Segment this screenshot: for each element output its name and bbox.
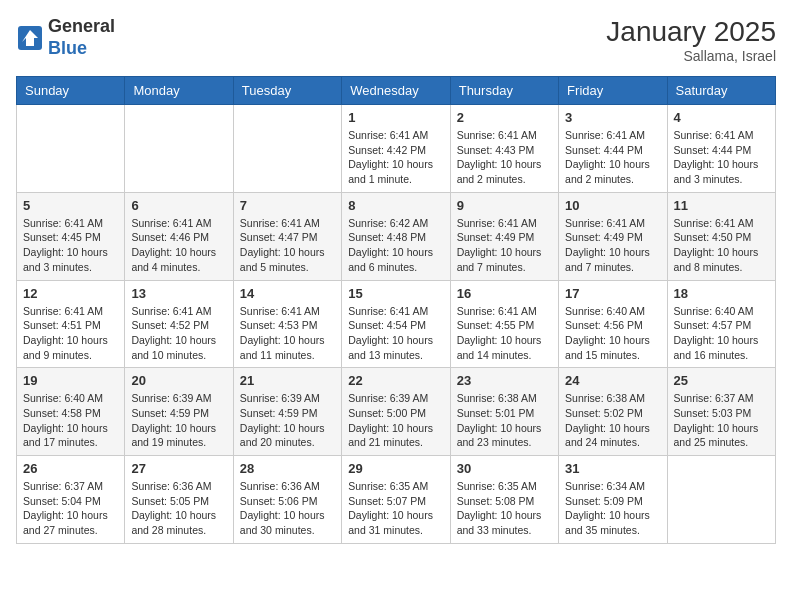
calendar-cell: 8Sunrise: 6:42 AMSunset: 4:48 PMDaylight… bbox=[342, 192, 450, 280]
logo-icon bbox=[16, 24, 44, 52]
day-info: Sunrise: 6:40 AMSunset: 4:56 PMDaylight:… bbox=[565, 304, 660, 363]
day-number: 21 bbox=[240, 373, 335, 388]
day-info: Sunrise: 6:42 AMSunset: 4:48 PMDaylight:… bbox=[348, 216, 443, 275]
calendar-cell: 16Sunrise: 6:41 AMSunset: 4:55 PMDayligh… bbox=[450, 280, 558, 368]
calendar-cell: 22Sunrise: 6:39 AMSunset: 5:00 PMDayligh… bbox=[342, 368, 450, 456]
calendar-cell: 18Sunrise: 6:40 AMSunset: 4:57 PMDayligh… bbox=[667, 280, 775, 368]
calendar-cell bbox=[17, 105, 125, 193]
day-info: Sunrise: 6:41 AMSunset: 4:50 PMDaylight:… bbox=[674, 216, 769, 275]
calendar-table: SundayMondayTuesdayWednesdayThursdayFrid… bbox=[16, 76, 776, 544]
calendar-cell: 9Sunrise: 6:41 AMSunset: 4:49 PMDaylight… bbox=[450, 192, 558, 280]
calendar-cell: 28Sunrise: 6:36 AMSunset: 5:06 PMDayligh… bbox=[233, 456, 341, 544]
calendar-week-row: 19Sunrise: 6:40 AMSunset: 4:58 PMDayligh… bbox=[17, 368, 776, 456]
weekday-header: Monday bbox=[125, 77, 233, 105]
calendar-cell bbox=[233, 105, 341, 193]
calendar-cell: 20Sunrise: 6:39 AMSunset: 4:59 PMDayligh… bbox=[125, 368, 233, 456]
day-number: 19 bbox=[23, 373, 118, 388]
title-block: January 2025 Sallama, Israel bbox=[606, 16, 776, 64]
weekday-header: Wednesday bbox=[342, 77, 450, 105]
day-number: 20 bbox=[131, 373, 226, 388]
calendar-cell: 1Sunrise: 6:41 AMSunset: 4:42 PMDaylight… bbox=[342, 105, 450, 193]
calendar-cell: 29Sunrise: 6:35 AMSunset: 5:07 PMDayligh… bbox=[342, 456, 450, 544]
day-info: Sunrise: 6:38 AMSunset: 5:01 PMDaylight:… bbox=[457, 391, 552, 450]
calendar-cell: 15Sunrise: 6:41 AMSunset: 4:54 PMDayligh… bbox=[342, 280, 450, 368]
day-info: Sunrise: 6:40 AMSunset: 4:58 PMDaylight:… bbox=[23, 391, 118, 450]
calendar-cell: 4Sunrise: 6:41 AMSunset: 4:44 PMDaylight… bbox=[667, 105, 775, 193]
month-year-title: January 2025 bbox=[606, 16, 776, 48]
calendar-week-row: 1Sunrise: 6:41 AMSunset: 4:42 PMDaylight… bbox=[17, 105, 776, 193]
calendar-cell: 13Sunrise: 6:41 AMSunset: 4:52 PMDayligh… bbox=[125, 280, 233, 368]
day-number: 23 bbox=[457, 373, 552, 388]
day-number: 3 bbox=[565, 110, 660, 125]
day-number: 31 bbox=[565, 461, 660, 476]
calendar-cell: 25Sunrise: 6:37 AMSunset: 5:03 PMDayligh… bbox=[667, 368, 775, 456]
day-number: 15 bbox=[348, 286, 443, 301]
day-info: Sunrise: 6:36 AMSunset: 5:05 PMDaylight:… bbox=[131, 479, 226, 538]
calendar-header-row: SundayMondayTuesdayWednesdayThursdayFrid… bbox=[17, 77, 776, 105]
day-number: 27 bbox=[131, 461, 226, 476]
day-number: 4 bbox=[674, 110, 769, 125]
day-number: 29 bbox=[348, 461, 443, 476]
day-info: Sunrise: 6:37 AMSunset: 5:04 PMDaylight:… bbox=[23, 479, 118, 538]
calendar-cell bbox=[125, 105, 233, 193]
logo-text: General Blue bbox=[48, 16, 115, 59]
weekday-header: Friday bbox=[559, 77, 667, 105]
calendar-cell: 12Sunrise: 6:41 AMSunset: 4:51 PMDayligh… bbox=[17, 280, 125, 368]
logo-blue-text: Blue bbox=[48, 38, 87, 58]
calendar-week-row: 12Sunrise: 6:41 AMSunset: 4:51 PMDayligh… bbox=[17, 280, 776, 368]
calendar-cell: 24Sunrise: 6:38 AMSunset: 5:02 PMDayligh… bbox=[559, 368, 667, 456]
day-info: Sunrise: 6:41 AMSunset: 4:47 PMDaylight:… bbox=[240, 216, 335, 275]
weekday-header: Saturday bbox=[667, 77, 775, 105]
day-info: Sunrise: 6:41 AMSunset: 4:43 PMDaylight:… bbox=[457, 128, 552, 187]
day-number: 28 bbox=[240, 461, 335, 476]
location-subtitle: Sallama, Israel bbox=[606, 48, 776, 64]
day-info: Sunrise: 6:41 AMSunset: 4:42 PMDaylight:… bbox=[348, 128, 443, 187]
day-info: Sunrise: 6:39 AMSunset: 4:59 PMDaylight:… bbox=[240, 391, 335, 450]
calendar-cell: 6Sunrise: 6:41 AMSunset: 4:46 PMDaylight… bbox=[125, 192, 233, 280]
calendar-cell: 30Sunrise: 6:35 AMSunset: 5:08 PMDayligh… bbox=[450, 456, 558, 544]
logo-general-text: General bbox=[48, 16, 115, 36]
calendar-cell: 26Sunrise: 6:37 AMSunset: 5:04 PMDayligh… bbox=[17, 456, 125, 544]
calendar-cell: 3Sunrise: 6:41 AMSunset: 4:44 PMDaylight… bbox=[559, 105, 667, 193]
day-number: 11 bbox=[674, 198, 769, 213]
calendar-week-row: 26Sunrise: 6:37 AMSunset: 5:04 PMDayligh… bbox=[17, 456, 776, 544]
calendar-cell bbox=[667, 456, 775, 544]
day-info: Sunrise: 6:41 AMSunset: 4:46 PMDaylight:… bbox=[131, 216, 226, 275]
calendar-cell: 5Sunrise: 6:41 AMSunset: 4:45 PMDaylight… bbox=[17, 192, 125, 280]
day-info: Sunrise: 6:37 AMSunset: 5:03 PMDaylight:… bbox=[674, 391, 769, 450]
day-info: Sunrise: 6:41 AMSunset: 4:49 PMDaylight:… bbox=[457, 216, 552, 275]
calendar-cell: 27Sunrise: 6:36 AMSunset: 5:05 PMDayligh… bbox=[125, 456, 233, 544]
weekday-header: Tuesday bbox=[233, 77, 341, 105]
calendar-cell: 10Sunrise: 6:41 AMSunset: 4:49 PMDayligh… bbox=[559, 192, 667, 280]
day-number: 10 bbox=[565, 198, 660, 213]
day-number: 1 bbox=[348, 110, 443, 125]
day-number: 17 bbox=[565, 286, 660, 301]
weekday-header: Sunday bbox=[17, 77, 125, 105]
day-number: 7 bbox=[240, 198, 335, 213]
day-info: Sunrise: 6:41 AMSunset: 4:44 PMDaylight:… bbox=[674, 128, 769, 187]
day-info: Sunrise: 6:41 AMSunset: 4:54 PMDaylight:… bbox=[348, 304, 443, 363]
day-info: Sunrise: 6:41 AMSunset: 4:52 PMDaylight:… bbox=[131, 304, 226, 363]
day-info: Sunrise: 6:36 AMSunset: 5:06 PMDaylight:… bbox=[240, 479, 335, 538]
calendar-cell: 31Sunrise: 6:34 AMSunset: 5:09 PMDayligh… bbox=[559, 456, 667, 544]
day-info: Sunrise: 6:41 AMSunset: 4:55 PMDaylight:… bbox=[457, 304, 552, 363]
day-info: Sunrise: 6:41 AMSunset: 4:51 PMDaylight:… bbox=[23, 304, 118, 363]
logo: General Blue bbox=[16, 16, 115, 59]
day-number: 2 bbox=[457, 110, 552, 125]
day-info: Sunrise: 6:40 AMSunset: 4:57 PMDaylight:… bbox=[674, 304, 769, 363]
page-header: General Blue January 2025 Sallama, Israe… bbox=[16, 16, 776, 64]
calendar-week-row: 5Sunrise: 6:41 AMSunset: 4:45 PMDaylight… bbox=[17, 192, 776, 280]
day-info: Sunrise: 6:39 AMSunset: 4:59 PMDaylight:… bbox=[131, 391, 226, 450]
day-number: 16 bbox=[457, 286, 552, 301]
day-number: 22 bbox=[348, 373, 443, 388]
calendar-cell: 2Sunrise: 6:41 AMSunset: 4:43 PMDaylight… bbox=[450, 105, 558, 193]
day-info: Sunrise: 6:35 AMSunset: 5:07 PMDaylight:… bbox=[348, 479, 443, 538]
calendar-cell: 21Sunrise: 6:39 AMSunset: 4:59 PMDayligh… bbox=[233, 368, 341, 456]
calendar-cell: 11Sunrise: 6:41 AMSunset: 4:50 PMDayligh… bbox=[667, 192, 775, 280]
day-info: Sunrise: 6:38 AMSunset: 5:02 PMDaylight:… bbox=[565, 391, 660, 450]
day-number: 13 bbox=[131, 286, 226, 301]
weekday-header: Thursday bbox=[450, 77, 558, 105]
day-number: 24 bbox=[565, 373, 660, 388]
day-number: 18 bbox=[674, 286, 769, 301]
day-number: 5 bbox=[23, 198, 118, 213]
